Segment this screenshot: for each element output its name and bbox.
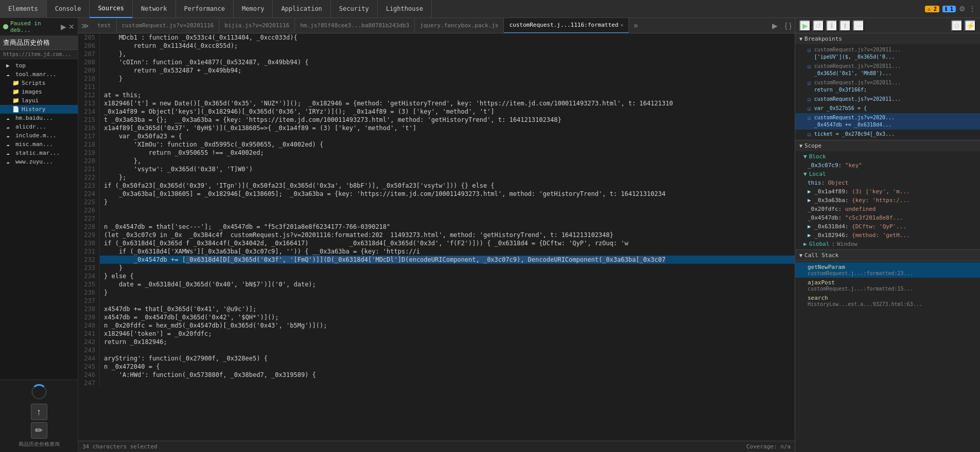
code-line-209[interactable]: 209 return _0x532487 + _0x49bb94; [78,66,795,75]
resume-execution-button[interactable]: ▶ [61,23,66,31]
tab-console[interactable]: Console [47,0,90,18]
line-content[interactable]: x182946['token'] = _0x20fdfc; [100,330,795,338]
code-line-239[interactable]: 239x4547db = _0x4547db[_0x365d('0x42', '… [78,313,795,321]
file-tab-customrequest[interactable]: customRequest.js?v=20201116 [117,18,220,33]
code-line-223[interactable]: 223if (_0x50fa23[_0x365d('0x39', 'ITgn')… [78,182,795,190]
line-content[interactable]: 'XImOu': function _0xd5995c(_0x950655, _… [100,140,795,149]
tab-performance[interactable]: Performance [176,0,234,18]
scope-item[interactable]: ▶ _0x6318d4: {DCftw: 'QyP'... [795,222,980,231]
line-content[interactable]: return _0x532487 + _0x49bb94; [100,66,795,75]
up-button[interactable]: ↑ [31,404,47,420]
line-content[interactable]: } else { [100,272,795,280]
bp-checkbox[interactable]: ☑ [808,80,811,86]
code-line-217[interactable]: 217 var _0x50fa23 = { [78,132,795,140]
code-line-235[interactable]: 235 date = _0x6318d4[_0x365d('0x40', 'bN… [78,280,795,288]
tabs-overflow[interactable]: » [629,21,642,30]
line-content[interactable]: at = this; [100,91,795,99]
code-line-212[interactable]: 212at = this; [78,91,795,99]
line-content[interactable] [100,297,795,305]
bp-checkbox[interactable]: ☑ [808,105,811,112]
bp-checkbox[interactable]: ☑ [808,131,811,138]
tree-item-top[interactable]: ▶ top [0,61,78,70]
breakpoint-item-active[interactable]: ☑ customRequest.js?v=2020... _0x4547db +… [795,113,980,130]
bp-checkbox[interactable]: ☑ [808,47,811,53]
code-line-224[interactable]: 224 _0x3a63ba[_0x138605] = _0x182946[_0x… [78,190,795,198]
tree-item-misc[interactable]: ☁ misc.man... [0,140,78,149]
code-line-231[interactable]: 231 if (_0x6318d4['XAMWs'][_0x3a63ba[_0x… [78,247,795,256]
tree-item-scripts[interactable]: 📁 Scripts [0,79,78,87]
line-content[interactable]: } [100,75,795,83]
line-content[interactable]: x182946['t'] = new Date()[_0x365d('0x35'… [100,99,795,107]
tab-elements[interactable]: Elements [0,0,47,18]
code-line-241[interactable]: 241x182946['token'] = _0x20fdfc; [78,330,795,338]
line-content[interactable] [100,346,795,354]
line-content[interactable]: n _0x20fdfc = hex_md5(_0x4547db)[_0x365d… [100,321,795,330]
code-line-211[interactable]: 211 [78,83,795,91]
code-line-228[interactable]: 228n _0x4547db = that['sec---']; _0x4547… [78,223,795,231]
file-tab-formatted[interactable]: customRequest.j...1116:formatted ✕ [504,18,629,33]
line-content[interactable]: }, [100,157,795,165]
line-content[interactable]: if (_0x6318d4[_0x365d f _0x384c4f(_0x340… [100,239,795,247]
code-line-210[interactable]: 210 } [78,75,795,83]
step-into-btn[interactable]: ⬇ [826,20,837,31]
tab-lighthouse[interactable]: Lighthouse [378,0,432,18]
code-line-232[interactable]: 232 _0x4547db += [_0x6318d4[D[_0x365d('0… [78,256,795,264]
line-content[interactable]: date = _0x6318d4[_0x365d('0x40', 'bN$7')… [100,280,795,288]
code-line-215[interactable]: 215t _0x3a63ba = {}; __0x3a63ba = {key: … [78,116,795,124]
code-line-243[interactable]: 243 [78,346,795,354]
code-line-218[interactable]: 218 'XImOu': function _0xd5995c(_0x95065… [78,140,795,149]
code-line-207[interactable]: 207 }, [78,50,795,58]
stop-button[interactable]: ✕ [68,23,75,31]
code-line-247[interactable]: 247 [78,379,795,387]
tab-application[interactable]: Application [273,0,330,18]
tab-sources[interactable]: Sources [90,0,133,18]
line-content[interactable]: n _0x4547db = that['sec---']; _0x4547db … [100,223,795,231]
tab-network[interactable]: Network [133,0,176,18]
code-line-222[interactable]: 222 }; [78,173,795,182]
resume-btn[interactable]: ▶ [799,20,811,31]
line-content[interactable]: }; [100,173,795,182]
info-badge[interactable]: ℹ 1 [942,6,956,12]
line-content[interactable]: x4547db = _0x4547db[_0x365d('0x42', '$QH… [100,313,795,321]
scope-global-group[interactable]: ▶ Global: Window [795,240,980,248]
code-line-237[interactable]: 237 [78,297,795,305]
line-content[interactable]: _0x4547db += [_0x6318d4[D[_0x365d('0x3f'… [100,256,795,264]
line-content[interactable]: (let _0x3c07c9 in _0x _0x384c4f customRe… [100,231,795,239]
scope-item[interactable]: ▶ _0x3a63ba: {key: 'https:/... [795,196,980,205]
line-content[interactable]: 'vsytw': _0x365d('0x38', 'T]W0') [100,165,795,173]
file-tab-fancybox[interactable]: jquery.fancybox.pack.js [415,18,504,33]
line-content[interactable]: } [100,198,795,206]
tree-item-include[interactable]: ☁ include.m... [0,131,78,140]
scope-item[interactable]: _0x4547db: "c5c3f201a8e8f... [795,213,980,222]
call-stack-item[interactable]: ajaxPost customRequest.j...:formatted:15… [795,278,980,293]
tree-item-static[interactable]: ☁ static.mar... [0,149,78,157]
breakpoint-item[interactable]: ☑ var _0x527b56 = { [795,104,980,113]
settings-button[interactable]: ⚙ [959,5,966,13]
code-line-206[interactable]: 206 return _0x1134d4(_0xcc855d); [78,42,795,50]
line-content[interactable] [100,214,795,223]
code-line-216[interactable]: 216x1a4f89[_0x365d('0x37', '0yH$')](_0x1… [78,124,795,132]
code-line-214[interactable]: 214_0x1a4f89 = Object['keys'](_0x182946)… [78,107,795,116]
step-btn[interactable]: → [853,20,864,31]
code-line-227[interactable]: 227 [78,214,795,223]
scope-item[interactable]: this: Object [795,178,980,187]
tree-item-alicdr[interactable]: ☁ alicdr... [0,122,78,131]
line-content[interactable]: n _0x472040 = { [100,363,795,371]
code-line-238[interactable]: 238x4547db += that[_0x365d('0x41', '@u9c… [78,305,795,313]
call-stack-item-active[interactable]: getNewParam customRequest.j...:formatted… [795,262,980,278]
pencil-button[interactable]: ✏ [31,422,47,439]
more-options-button[interactable]: ⋮ [969,5,976,13]
code-line-244[interactable]: 244aryString': function(_0x27900f, _0x32… [78,354,795,363]
tree-item-tool-manr[interactable]: ☁ tool.manr... [0,70,78,79]
pause-on-exceptions-btn[interactable]: ⚡ [965,20,976,31]
line-content[interactable]: var _0x50fa23 = { [100,132,795,140]
breakpoint-item[interactable]: ☑ customRequest.js?v=202011... [795,95,980,104]
code-line-213[interactable]: 213x182946['t'] = new Date()[_0x365d('0x… [78,99,795,107]
code-line-246[interactable]: 246 'A:HWd': function(_0x573880f, _0x38b… [78,371,795,379]
bp-checkbox[interactable]: ☑ [808,115,811,121]
tree-item-images[interactable]: 📁 images [0,87,78,96]
line-content[interactable]: return _0x182946; [100,338,795,346]
warning-badge[interactable]: ⚠ 2 [925,6,939,12]
scope-item[interactable]: ▶ _0x182946: {method: 'getH... [795,231,980,240]
tree-item-layui[interactable]: 📁 layui [0,96,78,105]
